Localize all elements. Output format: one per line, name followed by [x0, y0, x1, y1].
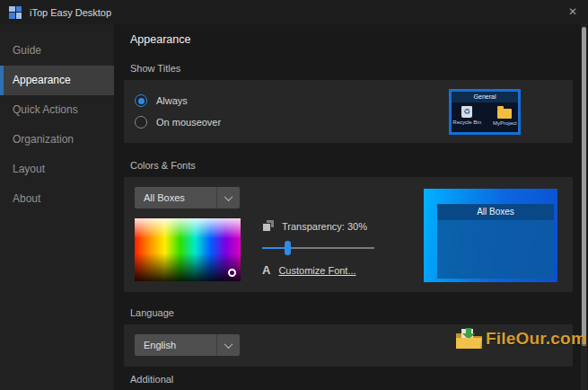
- radio-mouseover-unselected[interactable]: [135, 116, 147, 129]
- recycle-bin-label: Recycle Bin: [452, 120, 481, 125]
- sidebar-item-layout[interactable]: Layout: [0, 155, 114, 184]
- additional-label: Additional: [130, 374, 173, 385]
- language-label: Language: [130, 307, 174, 318]
- settings-content: Appearance Show Titles Always On mouseov…: [114, 24, 588, 390]
- app-window: iTop Easy Desktop ✕ Guide Appearance Qui…: [0, 0, 588, 390]
- close-icon[interactable]: ✕: [557, 0, 588, 24]
- font-icon: A: [262, 263, 270, 277]
- preview-box-title: General: [452, 92, 518, 102]
- titlebar: iTop Easy Desktop ✕: [0, 0, 588, 24]
- sidebar-item-guide[interactable]: Guide: [0, 36, 114, 66]
- colors-fonts-panel: All Boxes Transparency: 30% A Customize …: [124, 177, 573, 292]
- chevron-down-icon[interactable]: [216, 187, 240, 208]
- page-title: Appearance: [130, 33, 190, 46]
- color-picker[interactable]: [135, 218, 241, 281]
- sidebar-item-quick-actions[interactable]: Quick Actions: [0, 95, 114, 125]
- colors-fonts-label: Colors & Fonts: [130, 160, 196, 171]
- customize-font-link[interactable]: Customize Font...: [278, 265, 355, 276]
- watermark: FileOur.com: [453, 326, 586, 350]
- colors-preview: All Boxes: [424, 189, 557, 282]
- radio-always-label[interactable]: Always: [156, 95, 188, 106]
- target-dropdown-value[interactable]: All Boxes: [135, 192, 216, 203]
- app-logo-icon: [9, 6, 22, 19]
- target-dropdown[interactable]: All Boxes: [135, 187, 240, 208]
- scrollbar-thumb[interactable]: [582, 27, 586, 346]
- radio-option-mouseover[interactable]: On mouseover: [135, 116, 221, 129]
- colors-preview-title: All Boxes: [437, 204, 554, 220]
- sidebar: Guide Appearance Quick Actions Organizat…: [0, 24, 114, 390]
- transparency-label: Transparency: 30%: [282, 221, 367, 232]
- folder-icon: [497, 109, 512, 119]
- color-picker-handle[interactable]: [228, 269, 236, 277]
- radio-always-selected[interactable]: [135, 94, 147, 107]
- language-dropdown[interactable]: English: [135, 334, 240, 356]
- myproject-label: MyProject: [493, 120, 517, 126]
- transparency-slider[interactable]: [262, 241, 374, 255]
- transparency-icon: [262, 220, 274, 232]
- sidebar-item-about[interactable]: About: [0, 184, 114, 214]
- show-titles-label: Show Titles: [130, 63, 180, 74]
- sidebar-item-appearance[interactable]: Appearance: [0, 66, 114, 95]
- show-titles-panel: Always On mouseover General ♻ Recycle Bi…: [124, 80, 573, 143]
- chevron-down-icon[interactable]: [216, 334, 240, 356]
- sidebar-item-organization[interactable]: Organization: [0, 125, 114, 155]
- radio-option-always[interactable]: Always: [135, 94, 188, 107]
- show-titles-preview: General ♻ Recycle Bin MyProject: [449, 89, 521, 135]
- slider-thumb[interactable]: [285, 241, 291, 255]
- fileour-folder-icon: [453, 326, 484, 350]
- language-dropdown-value[interactable]: English: [135, 340, 216, 350]
- window-title: iTop Easy Desktop: [30, 7, 111, 18]
- watermark-text: FileOur.com: [486, 329, 586, 349]
- radio-mouseover-label[interactable]: On mouseover: [156, 117, 221, 128]
- recycle-bin-icon: ♻: [461, 106, 472, 118]
